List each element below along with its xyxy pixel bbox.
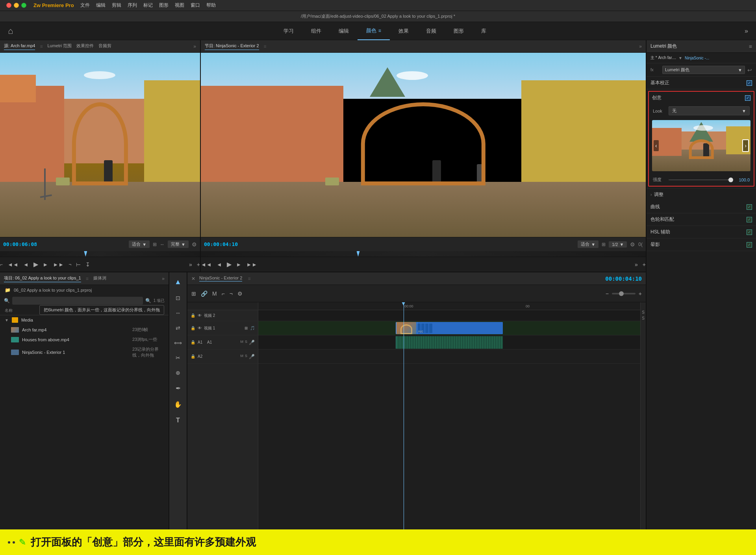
lock-a1[interactable]: 🔒 [191, 340, 195, 344]
tl-snap[interactable]: ⊞ [190, 289, 198, 298]
list-item[interactable]: Arch far.mp4 23把6帧 [0, 325, 169, 335]
menu-view[interactable]: 视图 [175, 2, 184, 9]
lock-v2[interactable]: 🔒 [191, 313, 195, 318]
tl-add-markers[interactable]: M [211, 289, 219, 298]
tool-rate-stretch[interactable]: ⟺ [172, 337, 184, 348]
menu-graphics[interactable]: 图形 [159, 2, 169, 9]
track-s-a1[interactable]: S [245, 340, 247, 345]
source-insert[interactable]: ⊢ [76, 261, 81, 268]
prog-fwd-frame[interactable]: ► [236, 261, 242, 268]
source-mark-in[interactable]: ⌐ [0, 262, 3, 267]
hsl-checkbox[interactable]: ✓ [747, 229, 752, 235]
menu-markers[interactable]: 标记 [143, 2, 153, 9]
tab-lumetri-scope[interactable]: Lumetri 范围 [48, 43, 72, 50]
curves-checkbox[interactable]: ✓ [747, 204, 752, 210]
home-icon[interactable]: ⌂ [8, 26, 13, 36]
prog-more-transport[interactable]: » [635, 261, 638, 268]
tab-audio-clip[interactable]: 音频剪 [98, 43, 111, 50]
source-back-frame[interactable]: ◄ [23, 261, 29, 268]
nav-graphics[interactable]: 图形 [445, 22, 472, 40]
maximize-button[interactable] [21, 3, 26, 8]
source-play[interactable]: ▶ [33, 261, 38, 268]
tl-mark-in[interactable]: ⌐ [220, 289, 226, 298]
nav-audio[interactable]: 音频 [417, 22, 445, 40]
track-s-a2[interactable]: S [245, 354, 247, 359]
prog-back-frame[interactable]: ◄ [217, 261, 222, 268]
nav-assemble[interactable]: 组件 [302, 22, 330, 40]
tl-settings[interactable]: ⚙ [236, 289, 244, 298]
source-timeline-strip[interactable] [0, 251, 200, 257]
program-panel-more[interactable]: » [639, 44, 642, 49]
lock-a2[interactable]: 🔒 [191, 354, 195, 359]
source-quality-dropdown[interactable]: 完整 ▼ [168, 240, 189, 248]
menu-window[interactable]: 窗口 [191, 2, 200, 9]
list-item[interactable]: Houses from above.mp4 23浏fps,一些 [0, 335, 169, 344]
color-wheels-checkbox[interactable]: ✓ [747, 217, 752, 222]
source-fit-dropdown[interactable]: 适合 ▼ [129, 240, 150, 248]
timeline-clip-arc[interactable]: Arc [396, 322, 503, 334]
program-fit-dropdown[interactable]: 适合 ▼ [578, 240, 598, 248]
tool-razor[interactable]: ✂ [173, 352, 183, 363]
strength-slider[interactable] [669, 179, 731, 180]
nav-libraries[interactable]: 库 [472, 22, 495, 40]
creative-checkbox[interactable]: ✓ [745, 95, 750, 101]
list-item[interactable]: NinjaSonic - Exterior 1 23记录的分界线，向外拖 [0, 344, 169, 360]
tl-zoom-in[interactable]: + [637, 289, 643, 298]
tool-ripple[interactable]: ⇄ [173, 322, 183, 333]
lock-v1[interactable]: 🔒 [191, 326, 195, 330]
nav-learn[interactable]: 学习 [275, 22, 302, 40]
list-item[interactable]: ▼ Media [0, 315, 169, 325]
vignette-checkbox[interactable]: ✓ [747, 242, 752, 248]
tab-source[interactable]: 源: Arch far.mp4 [4, 43, 35, 50]
minimize-button[interactable] [14, 3, 19, 8]
menu-edit[interactable]: 编辑 [96, 2, 106, 9]
tool-type[interactable]: T [174, 414, 182, 426]
source-more-transport[interactable]: » [189, 261, 192, 268]
tl-mark-out[interactable]: ¬ [228, 289, 234, 298]
tool-hand[interactable]: ✋ [172, 398, 184, 411]
source-mark-out[interactable]: ¬ [69, 262, 71, 267]
menu-help[interactable]: 帮助 [206, 2, 216, 9]
fx-effect-dropdown[interactable]: Lumetri 颜色 ▼ [662, 66, 745, 74]
tl-zoom-slider[interactable] [612, 293, 636, 294]
look-prev-button[interactable]: ‹ [654, 140, 659, 151]
program-timeline-strip[interactable] [201, 251, 646, 257]
track-m-a1[interactable]: M [240, 340, 243, 345]
prog-step-fwd[interactable]: ►► [246, 261, 257, 268]
lumetri-menu-icon[interactable]: ≡ [749, 43, 752, 50]
color-wheels-section[interactable]: 色轮和匹配 ✓ [647, 213, 756, 226]
tool-pointer[interactable]: ▲ [172, 276, 184, 289]
track-mic-a1[interactable]: 🎤 [249, 340, 255, 345]
tool-pen[interactable]: ✒ [173, 382, 183, 394]
nav-effects[interactable]: 效果 [390, 22, 417, 40]
menu-file[interactable]: 文件 [80, 2, 90, 9]
fx-reset-button[interactable]: ↩ [747, 67, 752, 73]
tool-track-select[interactable]: ↔ [173, 307, 183, 318]
program-quality-dropdown[interactable]: 1/2 ▼ [609, 241, 627, 248]
track-vis-v1[interactable]: 👁 [198, 326, 202, 330]
track-m-a2[interactable]: M [240, 354, 243, 359]
prog-play[interactable]: ▶ [227, 261, 232, 268]
hsl-section[interactable]: HSL 辅助 ✓ [647, 226, 756, 239]
tl-zoom-out[interactable]: − [604, 289, 610, 298]
close-button[interactable] [6, 3, 11, 8]
basic-correction-section[interactable]: 基本校正 ✓ [647, 77, 756, 89]
basic-correction-checkbox[interactable]: ✓ [747, 80, 752, 86]
track-scrollbar[interactable]: S S [640, 302, 646, 555]
creative-header[interactable]: 创意 ✓ [649, 92, 754, 104]
look-dropdown[interactable]: 无 ▼ [669, 106, 750, 115]
source-step-fwd[interactable]: ►► [53, 261, 64, 268]
adjust-section[interactable]: › 调整 [647, 188, 756, 201]
track-mic-a2[interactable]: 🎤 [249, 354, 255, 359]
source-fwd-frame[interactable]: ► [43, 261, 48, 268]
tl-link[interactable]: 🔗 [199, 289, 209, 298]
curves-section[interactable]: 曲线 ✓ [647, 201, 756, 213]
look-next-button[interactable]: › [742, 139, 749, 152]
playhead[interactable] [404, 302, 404, 555]
source-overwrite[interactable]: ↧ [85, 261, 90, 268]
source-panel-more[interactable]: » [193, 44, 196, 49]
prog-add-marker[interactable]: + [643, 261, 646, 268]
tab-effect-controls[interactable]: 效果控件 [76, 43, 94, 50]
track-vis-v2[interactable]: 👁 [198, 313, 202, 318]
nav-more-icon[interactable]: » [745, 28, 748, 35]
